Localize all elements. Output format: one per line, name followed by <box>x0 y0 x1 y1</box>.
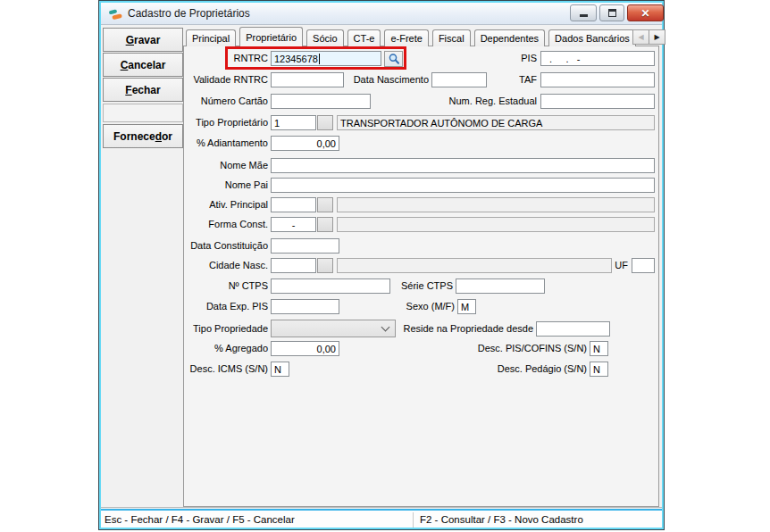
app-icon <box>108 7 122 21</box>
nome-pai-input[interactable] <box>271 178 655 193</box>
serie-ctps-input[interactable] <box>456 278 545 294</box>
tipo-proprietario-lookup-button[interactable] <box>317 115 333 130</box>
desc-icms-label: Desc. ICMS (S/N) <box>116 362 268 377</box>
taf-input[interactable] <box>540 72 655 87</box>
num-reg-estadual-label: Num. Reg. Estadual <box>394 94 537 109</box>
tab-scroll-right-button[interactable]: ▶ <box>649 29 665 45</box>
cidade-nasc-label: Cidade Nasc. <box>116 258 268 273</box>
desc-pedagio-label: Desc. Pedágio (S/N) <box>444 362 587 377</box>
arrow-left-icon: ◀ <box>638 33 643 41</box>
maximize-icon <box>608 9 616 17</box>
tab-dependentes[interactable]: Dependentes <box>474 29 545 46</box>
sexo-label: Sexo (M/F) <box>347 299 455 314</box>
status-right-text: F2 - Consultar / F3 - Novo Cadastro <box>420 512 583 528</box>
rntrc-label: RNTRC <box>116 51 268 66</box>
tab-cte[interactable]: CT-e <box>347 29 381 46</box>
status-bar: Esc - Fechar / F4 - Gravar / F5 - Cancel… <box>101 509 662 528</box>
dialog-window: Cadastro de Proprietários ✕ Gravar Cance… <box>98 0 665 530</box>
forma-const-label: Forma Const. <box>116 217 268 232</box>
reside-desde-input[interactable] <box>536 321 610 337</box>
ativ-principal-code-input[interactable] <box>271 197 316 212</box>
tab-dados-bancarios[interactable]: Dados Bancários <box>548 29 636 46</box>
rntrc-input[interactable] <box>271 51 381 66</box>
forma-const-description-field <box>337 217 655 232</box>
tab-proprietario[interactable]: Proprietário <box>239 27 303 47</box>
desc-pis-cofins-label: Desc. PIS/COFINS (S/N) <box>444 341 587 356</box>
nome-pai-label: Nome Pai <box>116 178 268 193</box>
ativ-principal-label: Ativ. Principal <box>116 197 268 212</box>
window-title: Cadastro de Proprietários <box>128 7 250 20</box>
desc-icms-input[interactable] <box>271 362 289 377</box>
arrow-right-icon: ▶ <box>654 33 659 41</box>
cidade-nasc-description-field <box>337 258 612 273</box>
cidade-nasc-code-input[interactable] <box>271 258 316 273</box>
nome-mae-input[interactable] <box>271 158 655 173</box>
adiantamento-label: % Adiantamento <box>116 136 268 151</box>
sexo-input[interactable] <box>457 299 476 314</box>
nome-mae-label: Nome Mãe <box>116 158 268 173</box>
tab-scroll-left-button[interactable]: ◀ <box>632 29 649 45</box>
agregado-input[interactable] <box>271 341 339 356</box>
data-exp-pis-input[interactable] <box>271 299 339 314</box>
data-exp-pis-label: Data Exp. PIS <box>116 299 268 314</box>
tipo-propriedade-select[interactable] <box>271 320 396 337</box>
reside-desde-label: Reside na Propriedade desde <box>390 321 533 337</box>
adiantamento-input[interactable] <box>271 136 339 151</box>
minimize-icon <box>580 14 588 17</box>
minimize-button[interactable] <box>570 4 597 21</box>
n-ctps-label: Nº CTPS <box>116 278 268 294</box>
cidade-nasc-lookup-button[interactable] <box>317 258 333 273</box>
status-left-text: Esc - Fechar / F4 - Gravar / F5 - Cancel… <box>105 512 295 528</box>
tipo-proprietario-label: Tipo Proprietário <box>116 115 268 130</box>
forma-const-code-input[interactable] <box>271 217 316 232</box>
uf-input[interactable] <box>632 258 655 273</box>
uf-label: UF <box>592 258 628 273</box>
tab-fiscal[interactable]: Fiscal <box>432 29 471 46</box>
gravar-button[interactable]: Gravar <box>103 28 183 52</box>
desc-pedagio-input[interactable] <box>590 362 608 377</box>
tipo-proprietario-description-field <box>337 115 655 130</box>
num-reg-estadual-input[interactable] <box>540 94 655 109</box>
numero-cartao-label: Número Cartão <box>116 94 268 109</box>
ativ-principal-lookup-button[interactable] <box>317 197 333 212</box>
tab-socio[interactable]: Sócio <box>306 29 344 46</box>
close-icon: ✕ <box>640 8 649 19</box>
agregado-label: % Agregado <box>116 341 268 356</box>
numero-cartao-input[interactable] <box>271 94 371 109</box>
taf-label: TAF <box>394 72 537 87</box>
text-cursor <box>319 54 320 64</box>
pis-label: PIS <box>394 51 537 66</box>
validade-rntrc-label: Validade RNTRC <box>116 72 268 87</box>
serie-ctps-label: Série CTPS <box>346 278 453 294</box>
tipo-proprietario-code-input[interactable] <box>271 115 316 130</box>
desc-pis-cofins-input[interactable] <box>590 341 608 356</box>
pane-bottom-divider <box>101 507 662 508</box>
close-button[interactable]: ✕ <box>627 4 664 21</box>
data-constituicao-input[interactable] <box>271 238 339 254</box>
data-constituicao-label: Data Constituição <box>116 238 268 254</box>
ativ-principal-description-field <box>337 197 655 212</box>
maximize-button[interactable] <box>599 4 624 21</box>
status-divider <box>413 512 414 528</box>
chevron-down-icon <box>381 322 390 331</box>
tab-efrete[interactable]: e-Frete <box>384 29 428 46</box>
forma-const-lookup-button[interactable] <box>317 217 333 232</box>
tipo-propriedade-label: Tipo Propriedade <box>116 321 268 337</box>
tab-principal[interactable]: Principal <box>186 29 236 46</box>
pis-input[interactable] <box>540 51 655 66</box>
tab-strip: Principal Proprietário Sócio CT-e e-Fret… <box>186 26 636 46</box>
